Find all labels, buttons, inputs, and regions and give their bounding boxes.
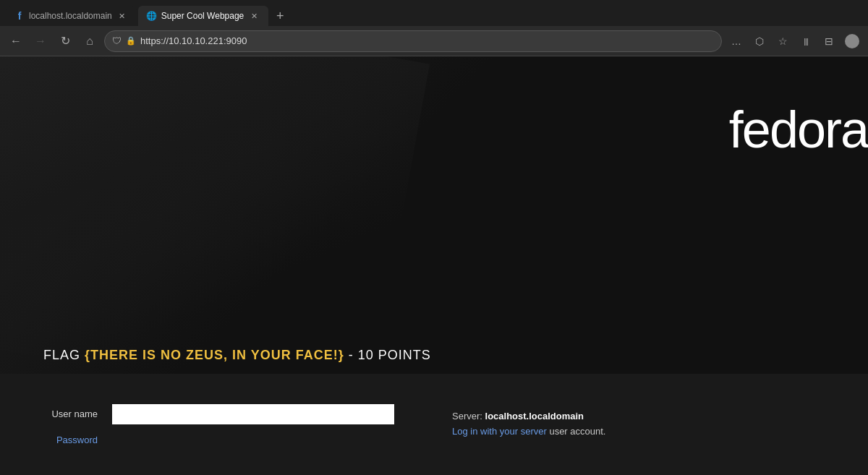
more-button[interactable]: …: [726, 31, 746, 51]
flag-prefix: FLAG: [43, 348, 85, 362]
shield-icon: 🛡: [112, 35, 122, 46]
new-tab-button[interactable]: +: [270, 6, 290, 26]
flag-value: {THERE IS NO ZEUS, IN YOUR FACE!}: [85, 348, 344, 362]
pocket-button[interactable]: ⬡: [749, 31, 770, 51]
tab-bar: f localhost.localdomain ✕ 🌐 Super Cool W…: [0, 0, 868, 26]
sidebar-icon: ⊟: [825, 35, 833, 47]
server-info: Server: localhost.localdomain Log in wit…: [452, 409, 605, 440]
server-line: Server: localhost.localdomain: [452, 409, 605, 424]
tab-close-localhost[interactable]: ✕: [116, 10, 128, 22]
profile-icon: [845, 34, 859, 48]
login-section: User name Password Server: localhost.loc…: [0, 374, 868, 475]
home-icon: ⌂: [86, 35, 93, 48]
page-content: fedora FLAG {THERE IS NO ZEUS, IN YOUR F…: [0, 56, 868, 475]
address-bar[interactable]: 🛡 🔒 https://10.10.10.221:9090: [104, 30, 722, 52]
tab-favicon-supercool: 🌐: [147, 11, 157, 21]
reload-button[interactable]: ↻: [55, 31, 75, 51]
server-name: localhost.localdomain: [485, 411, 584, 421]
browser-window: f localhost.localdomain ✕ 🌐 Super Cool W…: [0, 0, 868, 475]
tab-localhost[interactable]: f localhost.localdomain ✕: [6, 6, 137, 26]
toolbar: ← → ↻ ⌂ 🛡 🔒 https://10.10.10.221:9090 … …: [0, 26, 868, 56]
username-row: User name: [43, 404, 394, 424]
back-icon: ←: [10, 35, 22, 48]
password-label[interactable]: Password: [43, 435, 98, 445]
back-button[interactable]: ←: [6, 31, 26, 51]
login-hint-line: Log in with your server user account.: [452, 424, 605, 440]
address-text: https://10.10.10.221:9090: [140, 35, 714, 46]
forward-button[interactable]: →: [30, 31, 51, 51]
home-button[interactable]: ⌂: [80, 31, 100, 51]
tab-label-localhost: localhost.localdomain: [29, 11, 112, 21]
username-label: User name: [43, 408, 98, 419]
reload-icon: ↻: [61, 34, 70, 48]
flag-section: FLAG {THERE IS NO ZEUS, IN YOUR FACE!} -…: [43, 348, 431, 363]
username-input[interactable]: [112, 404, 394, 424]
tab-label-supercool: Super Cool Webpage: [161, 11, 244, 21]
flag-suffix: - 10 POINTS: [344, 348, 431, 362]
tab-close-supercool[interactable]: ✕: [248, 10, 260, 22]
server-label: Server:: [452, 411, 482, 421]
password-row: Password: [43, 435, 394, 445]
toolbar-right: … ⬡ ☆ ||| ⊟: [726, 31, 862, 51]
star-icon: ☆: [778, 35, 788, 47]
bookmark-button[interactable]: ☆: [773, 31, 793, 51]
lock-icon: 🔒: [126, 36, 136, 46]
forward-icon: →: [35, 35, 46, 48]
sidebar-button[interactable]: ⊟: [819, 31, 839, 51]
flag-text: FLAG {THERE IS NO ZEUS, IN YOUR FACE!} -…: [43, 348, 431, 363]
fedora-logo: fedora: [729, 100, 868, 159]
login-hint-text: user account.: [549, 426, 605, 437]
library-icon: |||: [804, 37, 808, 46]
tab-favicon-localhost: f: [14, 11, 25, 21]
more-icon: …: [731, 35, 741, 47]
pocket-icon: ⬡: [755, 35, 764, 47]
login-form: User name Password: [43, 404, 394, 445]
tab-supercool[interactable]: 🌐 Super Cool Webpage ✕: [138, 6, 269, 26]
profile-button[interactable]: [842, 31, 862, 51]
new-tab-icon: +: [276, 9, 284, 24]
login-hint-link[interactable]: Log in with your server: [452, 426, 547, 437]
library-button[interactable]: |||: [796, 31, 816, 51]
